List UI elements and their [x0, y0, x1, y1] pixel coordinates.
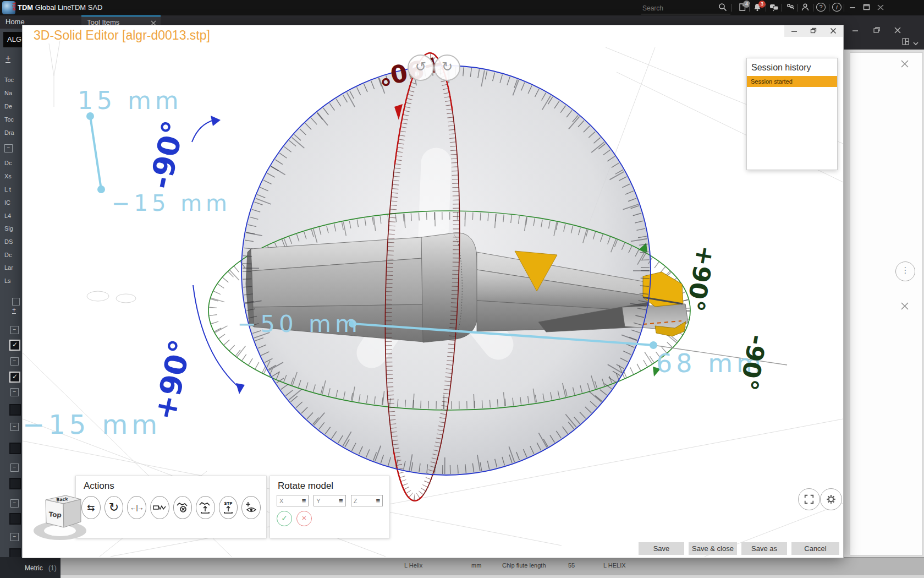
view-cube[interactable]: Back Top: [24, 488, 95, 543]
save-close-button[interactable]: Save & close: [689, 542, 737, 555]
editor-close-button[interactable]: [830, 26, 837, 36]
dim-label-bottom: −15 mm: [23, 409, 161, 440]
field-label: L4: [4, 212, 11, 219]
checkbox-checked[interactable]: ✓: [9, 372, 20, 383]
menu-icon[interactable]: ≡: [339, 497, 343, 505]
collapse-box-icon[interactable]: −: [4, 144, 13, 152]
checkbox-checked[interactable]: ✓: [9, 340, 20, 351]
toolbar-separator: [749, 4, 750, 12]
checkbox-unchecked[interactable]: [9, 478, 21, 489]
panel-more-button[interactable]: ⋮: [895, 261, 915, 281]
session-entry[interactable]: Session started: [747, 76, 837, 87]
minimize-button[interactable]: [848, 3, 857, 13]
toolbar-separator: [797, 4, 798, 12]
checkbox-unchecked[interactable]: [9, 513, 21, 525]
messages-icon[interactable]: [769, 3, 779, 13]
user-icon[interactable]: [800, 3, 810, 13]
collapse-box-icon[interactable]: −: [10, 533, 19, 541]
editor-minimize-button[interactable]: [791, 26, 798, 36]
cancel-button[interactable]: Cancel: [791, 542, 839, 555]
collapse-box-icon[interactable]: −: [10, 388, 19, 396]
maximize-button[interactable]: [861, 3, 871, 13]
field-group-header: ALG: [3, 32, 22, 47]
collapse-box-icon[interactable]: −: [10, 357, 19, 366]
view-cube-front-label: Top: [48, 510, 62, 519]
collapse-box-icon[interactable]: −: [10, 464, 19, 472]
actions-title: Actions: [84, 481, 266, 492]
rotate-cw-button[interactable]: ↻: [434, 54, 460, 81]
checkbox-unchecked[interactable]: [9, 443, 21, 454]
toolbar-separator: [813, 4, 813, 12]
field-label: Na: [4, 90, 12, 96]
field-label: Sig: [4, 225, 13, 232]
rot-label-blue-lower: +90°: [147, 336, 198, 423]
cancel-rotation-button[interactable]: ×: [296, 511, 312, 526]
child-restore-button[interactable]: [868, 26, 885, 36]
app-name-secondary: TDM SAD: [70, 3, 103, 12]
field-label: Toc: [4, 116, 14, 123]
dim-label-center: −50 mm: [237, 310, 361, 337]
child-close-button[interactable]: [889, 26, 906, 36]
add-small-icon[interactable]: +: [12, 307, 16, 314]
rotate-x-input[interactable]: X≡: [277, 495, 309, 506]
table-cell: L Helix: [404, 562, 422, 569]
dim-label-upper: −15 mm: [112, 190, 231, 216]
fit-view-button[interactable]: [798, 488, 820, 510]
dim-label-top: 15 mm: [78, 86, 183, 114]
axis-z-label: Z: [354, 498, 358, 504]
measure-span-button[interactable]: ←|→: [127, 496, 146, 519]
menu-icon[interactable]: ≡: [376, 497, 380, 505]
editor-restore-button[interactable]: [810, 26, 817, 36]
close-button[interactable]: [876, 3, 886, 13]
collapse-box-icon[interactable]: −: [10, 423, 19, 431]
background-side-panel: ⋮: [843, 50, 924, 557]
add-icon[interactable]: +: [6, 54, 10, 63]
layout-icon[interactable]: [902, 37, 909, 47]
actions-panel: Actions ⇆ ↻ ←|→ STP: [75, 476, 267, 538]
export-contour-button[interactable]: [196, 496, 215, 519]
child-minimize-button[interactable]: [847, 26, 864, 36]
table-cell: 55: [568, 562, 575, 569]
paste-icon[interactable]: [12, 298, 20, 306]
search-icon[interactable]: [718, 3, 728, 13]
delete-contour-button[interactable]: [173, 496, 193, 519]
menu-icon[interactable]: ≡: [302, 497, 306, 505]
notifications-badge: 3: [758, 1, 766, 8]
rotate-ccw-button[interactable]: ↺: [408, 54, 434, 81]
collapse-box-icon[interactable]: −: [10, 326, 19, 334]
rotate-icon: ↻: [109, 500, 119, 515]
save-button[interactable]: Save: [639, 542, 684, 555]
rot-label-blue-upper: -90°: [143, 118, 191, 192]
table-cell: Chip flute length: [502, 562, 546, 569]
drill-contour-button[interactable]: [150, 496, 169, 519]
viewport-settings-button[interactable]: [820, 488, 842, 510]
rotate-z-input[interactable]: Z≡: [351, 495, 383, 506]
keys-icon[interactable]: [785, 3, 795, 13]
collapse-box-icon[interactable]: −: [10, 499, 19, 508]
unit-count: (1): [48, 564, 57, 572]
chevron-down-icon[interactable]: [912, 39, 919, 48]
help-icon[interactable]: ?: [816, 3, 826, 12]
export-stp-button[interactable]: STP: [219, 496, 238, 519]
checkbox-unchecked[interactable]: [9, 548, 21, 557]
panel-close-icon[interactable]: [900, 302, 909, 313]
checkbox-unchecked[interactable]: [9, 404, 21, 416]
tdm-logo-text: TDM: [12, 2, 16, 10]
status-bar-units: Metric (1): [0, 557, 61, 578]
rotate-tool-button[interactable]: ↻: [105, 496, 124, 519]
session-history-title: Session history: [751, 63, 837, 73]
svg-text:STP: STP: [224, 501, 233, 506]
editor-window-controls: [784, 25, 843, 37]
contour-delete-icon: [176, 501, 189, 514]
search-input[interactable]: [641, 2, 730, 14]
tool-collar: [421, 233, 478, 342]
unit-label[interactable]: Metric: [25, 564, 43, 572]
panel-close-icon[interactable]: [900, 59, 909, 70]
eye-add-icon: [245, 501, 258, 514]
blue-rotation-arrows: [192, 116, 245, 394]
rotate-y-input[interactable]: Y≡: [314, 495, 345, 506]
info-icon[interactable]: i: [832, 3, 842, 12]
apply-rotation-button[interactable]: ✓: [277, 511, 292, 526]
save-as-button[interactable]: Save as: [741, 542, 787, 555]
toggle-visibility-button[interactable]: [241, 496, 261, 519]
